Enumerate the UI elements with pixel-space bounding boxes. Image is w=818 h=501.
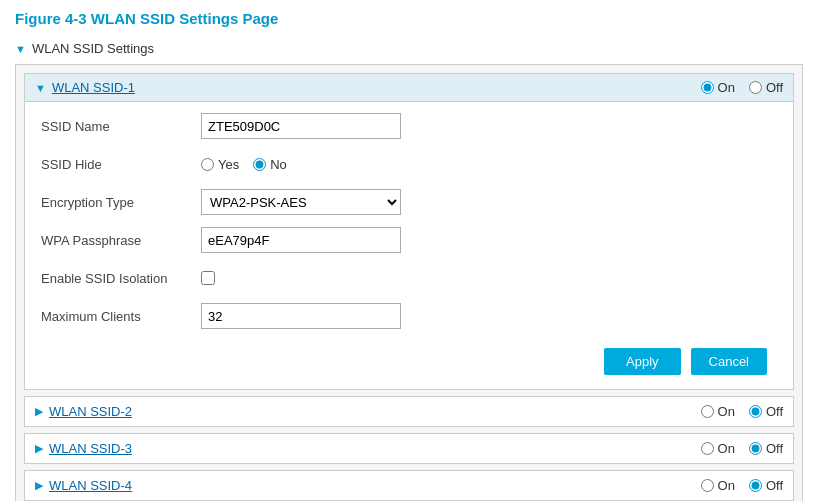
page-title: Figure 4-3 WLAN SSID Settings Page [15, 10, 803, 27]
ssid4-off-text: Off [766, 478, 783, 493]
apply-button[interactable]: Apply [604, 348, 681, 375]
ssid4-panel: ▶ WLAN SSID-4 On Off [24, 470, 794, 501]
ssid3-link[interactable]: WLAN SSID-3 [49, 441, 132, 456]
ssid1-link[interactable]: WLAN SSID-1 [52, 80, 135, 95]
ssid3-panel: ▶ WLAN SSID-3 On Off [24, 433, 794, 464]
passphrase-label: WPA Passphrase [41, 233, 201, 248]
ssid1-status-radio-group: On Off [701, 80, 783, 95]
ssid2-off-radio[interactable] [749, 405, 762, 418]
ssid4-expand-icon[interactable]: ▶ [35, 479, 43, 492]
outer-box: ▼ WLAN SSID-1 On Off SSID Name [15, 64, 803, 501]
ssid1-panel: ▼ WLAN SSID-1 On Off SSID Name [24, 73, 794, 390]
ssid3-status-radio-group: On Off [701, 441, 783, 456]
ssid3-off-label[interactable]: Off [749, 441, 783, 456]
max-clients-row: Maximum Clients [41, 302, 777, 330]
ssid2-expand-icon[interactable]: ▶ [35, 405, 43, 418]
encryption-label: Encryption Type [41, 195, 201, 210]
passphrase-row: WPA Passphrase [41, 226, 777, 254]
ssid-hide-yes-radio[interactable] [201, 158, 214, 171]
ssid4-on-label[interactable]: On [701, 478, 735, 493]
ssid2-on-label[interactable]: On [701, 404, 735, 419]
section-collapse-icon[interactable]: ▼ [15, 43, 26, 55]
max-clients-input[interactable] [201, 303, 401, 329]
isolation-checkbox[interactable] [201, 271, 215, 285]
ssid1-on-label[interactable]: On [701, 80, 735, 95]
passphrase-input[interactable] [201, 227, 401, 253]
ssid1-off-radio[interactable] [749, 81, 762, 94]
ssid-name-row: SSID Name [41, 112, 777, 140]
ssid-name-label: SSID Name [41, 119, 201, 134]
ssid3-on-text: On [718, 441, 735, 456]
ssid3-on-label[interactable]: On [701, 441, 735, 456]
ssid2-link[interactable]: WLAN SSID-2 [49, 404, 132, 419]
encryption-select[interactable]: WPA2-PSK-AES None WPA-PSK-TKIP [201, 189, 401, 215]
ssid4-status-radio-group: On Off [701, 478, 783, 493]
ssid4-link[interactable]: WLAN SSID-4 [49, 478, 132, 493]
ssid1-off-label[interactable]: Off [749, 80, 783, 95]
ssid2-status-radio-group: On Off [701, 404, 783, 419]
ssid4-on-text: On [718, 478, 735, 493]
ssid1-body: SSID Name SSID Hide Yes No [25, 102, 793, 389]
cancel-button[interactable]: Cancel [691, 348, 767, 375]
ssid2-panel: ▶ WLAN SSID-2 On Off [24, 396, 794, 427]
max-clients-label: Maximum Clients [41, 309, 201, 324]
ssid3-header: ▶ WLAN SSID-3 On Off [25, 434, 793, 463]
ssid-hide-no-text: No [270, 157, 287, 172]
ssid3-off-text: Off [766, 441, 783, 456]
section-label: WLAN SSID Settings [32, 41, 154, 56]
ssid1-on-radio[interactable] [701, 81, 714, 94]
ssid3-off-radio[interactable] [749, 442, 762, 455]
button-row: Apply Cancel [41, 340, 777, 379]
ssid-name-input[interactable] [201, 113, 401, 139]
ssid-hide-yes-label[interactable]: Yes [201, 157, 239, 172]
ssid4-off-radio[interactable] [749, 479, 762, 492]
ssid3-expand-icon[interactable]: ▶ [35, 442, 43, 455]
ssid-hide-no-radio[interactable] [253, 158, 266, 171]
ssid1-collapse-icon[interactable]: ▼ [35, 82, 46, 94]
section-header: ▼ WLAN SSID Settings [15, 41, 803, 56]
ssid1-on-text: On [718, 80, 735, 95]
ssid4-header: ▶ WLAN SSID-4 On Off [25, 471, 793, 500]
isolation-row: Enable SSID Isolation [41, 264, 777, 292]
ssid-hide-label: SSID Hide [41, 157, 201, 172]
ssid4-on-radio[interactable] [701, 479, 714, 492]
ssid-hide-no-label[interactable]: No [253, 157, 287, 172]
ssid2-header: ▶ WLAN SSID-2 On Off [25, 397, 793, 426]
ssid-hide-radio-group: Yes No [201, 157, 287, 172]
encryption-row: Encryption Type WPA2-PSK-AES None WPA-PS… [41, 188, 777, 216]
ssid2-off-text: Off [766, 404, 783, 419]
ssid1-header: ▼ WLAN SSID-1 On Off [25, 74, 793, 102]
ssid2-on-radio[interactable] [701, 405, 714, 418]
ssid3-on-radio[interactable] [701, 442, 714, 455]
ssid1-off-text: Off [766, 80, 783, 95]
ssid2-off-label[interactable]: Off [749, 404, 783, 419]
isolation-label: Enable SSID Isolation [41, 271, 201, 286]
ssid2-on-text: On [718, 404, 735, 419]
ssid-hide-yes-text: Yes [218, 157, 239, 172]
ssid4-off-label[interactable]: Off [749, 478, 783, 493]
ssid-hide-row: SSID Hide Yes No [41, 150, 777, 178]
